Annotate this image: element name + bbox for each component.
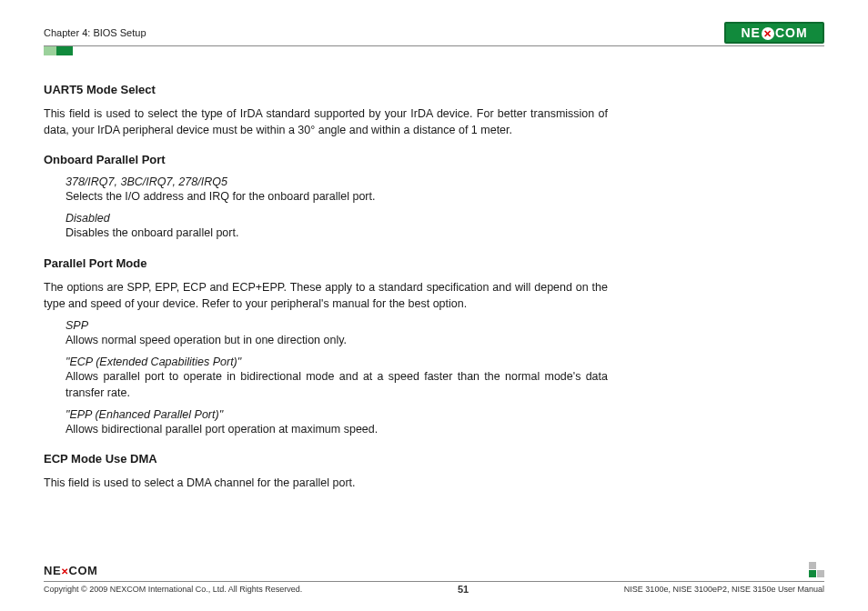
- footer-ornament-icon: [809, 562, 824, 577]
- option-label: SPP: [66, 319, 608, 332]
- manual-title: NISE 3100e, NISE 3100eP2, NISE 3150e Use…: [624, 585, 824, 594]
- copyright-text: Copyright © 2009 NEXCOM International Co…: [44, 585, 302, 594]
- onboard-option-2: Disabled Disables the onboard parallel p…: [66, 212, 608, 241]
- logo-text: NE✕COM: [741, 25, 807, 40]
- page-number: 51: [458, 584, 469, 595]
- document-content: UART5 Mode Select This field is used to …: [44, 83, 608, 491]
- section-title-ppm: Parallel Port Mode: [44, 256, 608, 270]
- section-title-ecpdma: ECP Mode Use DMA: [44, 452, 608, 466]
- option-desc: Selects the I/O address and IRQ for the …: [66, 188, 608, 205]
- onboard-option-1: 378/IRQ7, 3BC/IRQ7, 278/IRQ5 Selects the…: [66, 175, 608, 205]
- brand-logo-top: NE✕COM: [724, 22, 824, 44]
- option-desc: Allows normal speed operation but in one…: [66, 332, 608, 348]
- option-desc: Allows parallel port to operate in bidir…: [66, 368, 608, 401]
- option-label: Disabled: [66, 212, 608, 225]
- option-desc: Allows bidirectional parallel port opera…: [66, 421, 608, 437]
- header: Chapter 4: BIOS Setup NE✕COM: [44, 22, 824, 46]
- ppm-option-epp: "EPP (Enhanced Parallel Port)" Allows bi…: [66, 408, 608, 437]
- option-desc: Disables the onboard parallel port.: [66, 225, 608, 241]
- footer: NE✕COM Copyright © 2009 NEXCOM Internati…: [44, 562, 824, 595]
- header-accent-bar: [44, 46, 824, 55]
- para-ecpdma: This field is used to select a DMA chann…: [44, 475, 608, 491]
- option-label: "EPP (Enhanced Parallel Port)": [66, 408, 608, 421]
- para-uart5: This field is used to select the type of…: [44, 105, 608, 138]
- para-ppm-intro: The options are SPP, EPP, ECP and ECP+EP…: [44, 279, 608, 312]
- section-title-uart5: UART5 Mode Select: [44, 83, 608, 96]
- option-label: "ECP (Extended Capabilities Port)": [66, 356, 608, 368]
- chapter-label: Chapter 4: BIOS Setup: [44, 27, 146, 38]
- brand-logo-bottom: NE✕COM: [44, 564, 97, 577]
- ppm-option-ecp: "ECP (Extended Capabilities Port)" Allow…: [66, 356, 608, 401]
- option-label: 378/IRQ7, 3BC/IRQ7, 278/IRQ5: [66, 175, 608, 188]
- section-title-onboard: Onboard Parallel Port: [44, 153, 608, 166]
- ppm-option-spp: SPP Allows normal speed operation but in…: [66, 319, 608, 348]
